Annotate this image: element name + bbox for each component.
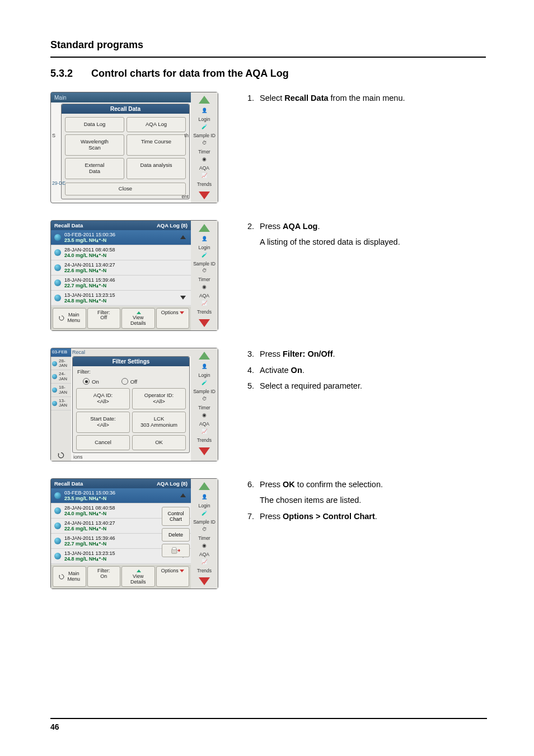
control-chart-option[interactable]: ControlChart [162,507,190,526]
log-row[interactable]: 28-JAN-2011 08:40:5824.0 mg/L NH₄⁺-N [51,245,191,260]
trends-button[interactable]: 📈Trends [193,301,216,315]
data-analysis-button[interactable]: Data analysis [127,158,186,179]
timer-button[interactable]: ⏱Timer [193,396,216,410]
window-titlebar: Main [51,92,191,102]
main-menu-button[interactable]: MainMenu [53,566,86,587]
aqa-id-button[interactable]: AQA ID:<All> [76,388,130,409]
instructions-block-3: Press Filter: On/Off. Activate On. Selec… [242,348,486,395]
timer-button[interactable]: ⏱Timer [193,268,216,282]
log-row[interactable]: 13-JAN-2011 13:23:1524.8 mg/L NH₄⁺-N [51,291,191,306]
aqa-log-rows: 03-FEB-2011 15:00:3623.5 mg/L NH₄⁺-N28-J… [51,230,191,306]
entry-icon [54,522,61,529]
log-row[interactable]: 03-FEB-2011 15:00:3623.5 mg/L NH₄⁺-N [51,488,191,503]
list-header-left: Recall Data [54,480,83,487]
nav-down-icon[interactable] [199,447,210,455]
entry-datetime: 28-JAN-2011 08:40:58 [64,505,175,511]
log-row[interactable]: 24-JAN-2011 13:40:2722.6 mg/L NH₄⁺-N [51,260,191,276]
filter-on-radio[interactable]: On [83,378,99,385]
back-icon-small[interactable] [51,450,71,461]
trends-button[interactable]: 📈Trends [193,429,216,443]
subsection-heading: 5.3.2 Control charts for data from the A… [50,68,486,80]
options-button[interactable]: Options [156,308,190,329]
trends-button[interactable]: 📈Trends [193,173,216,187]
svg-rect-1 [172,547,176,549]
log-row[interactable]: 03-FEB-2011 15:00:3623.5 mg/L NH₄⁺-N [51,230,191,245]
entry-icon [52,361,57,366]
cancel-button[interactable]: Cancel [76,435,130,450]
delete-option[interactable]: Delete [162,528,190,542]
step-2: Press AQA Log. A listing of the stored d… [256,220,486,249]
nav-down-icon[interactable] [199,192,210,199]
sample-id-button[interactable]: 🧪Sample ID [193,380,216,394]
strip-item: 18-JAN [51,384,71,397]
data-log-button[interactable]: Data Log [65,117,124,132]
sample-id-button[interactable]: 🧪Sample ID [193,124,216,138]
login-button[interactable]: 👤Login [193,494,216,508]
nav-down-icon[interactable] [199,577,210,585]
wavelength-scan-button[interactable]: WavelengthScan [65,134,124,156]
step-4: Activate On. [256,364,486,376]
radio-on-icon [83,378,90,385]
view-details-button[interactable]: ViewDetails [121,308,155,329]
aqa-log-button[interactable]: AQA Log [127,117,186,132]
nav-up-icon[interactable] [199,96,210,104]
login-button[interactable]: 👤Login [193,364,216,378]
parameter-button[interactable]: LCK303 Ammonium [132,412,186,433]
timer-button[interactable]: ⏱Timer [193,527,216,541]
nav-down-icon[interactable] [199,319,210,327]
aqa-icon: ◉ [193,543,216,552]
ok-button[interactable]: OK [132,435,186,450]
entry-datetime: 03-FEB-2011 15:00:36 [64,232,175,237]
external-data-button[interactable]: ExternalData [65,158,124,179]
entry-icon [54,538,61,544]
fragment-ent: ent [181,194,189,199]
entry-value: 24.0 mg/L NH₄⁺-N [64,511,175,516]
entry-datetime: 24-JAN-2011 13:40:27 [64,262,175,268]
entry-value: 22.7 mg/L NH₄⁺-N [64,283,175,288]
view-details-button[interactable]: ViewDetails [121,566,155,587]
scroll-up[interactable] [179,490,188,501]
main-menu-button[interactable]: MainMenu [53,308,86,329]
entry-icon [54,234,61,241]
nav-up-icon[interactable] [199,224,210,232]
trends-icon: 📈 [193,173,216,182]
aqa-button[interactable]: ◉AQA [193,543,216,557]
entry-icon [54,553,61,559]
nav-up-icon[interactable] [199,482,210,490]
aqa-button[interactable]: ◉AQA [193,284,216,298]
login-button[interactable]: 👤Login [193,108,216,122]
entry-value: 22.6 mg/L NH₄⁺-N [64,268,175,273]
nav-up-icon[interactable] [199,352,210,360]
login-icon: 👤 [193,494,216,503]
fragment-s: S [52,133,55,138]
sample-id-button[interactable]: 🧪Sample ID [193,511,216,525]
step-6-note: The chosen items are listed. [260,494,486,506]
filter-settings-popup: Filter Settings Filter: On Off AQA ID:<A… [72,356,190,453]
operator-id-button[interactable]: Operator ID:<All> [132,388,186,409]
filter-button[interactable]: Filter:On [87,566,121,587]
sample-id-icon: 🧪 [193,511,216,520]
time-course-button[interactable]: Time Course [127,134,186,156]
filter-off-radio[interactable]: Off [121,378,138,385]
start-date-button[interactable]: Start Date:<All> [76,412,130,433]
trends-button[interactable]: 📈Trends [193,559,216,573]
scroll-down[interactable] [179,292,188,304]
filter-button[interactable]: Filter:Off [87,308,121,329]
entry-datetime: 03-FEB-2011 15:00:36 [64,490,175,496]
send-option[interactable] [162,544,190,557]
sample-id-button[interactable]: 🧪Sample ID [193,253,216,267]
options-button[interactable]: Options [156,566,190,587]
filter-settings-title: Filter Settings [73,357,189,366]
recall-data-popup: Recall Data Data Log AQA Log WavelengthS… [61,104,190,199]
aqa-button[interactable]: ◉AQA [193,157,216,171]
close-button[interactable]: Close [65,183,186,195]
timer-button[interactable]: ⏱Timer [193,141,216,155]
aqa-button[interactable]: ◉AQA [193,413,216,427]
back-icon [58,573,65,580]
right-sidebar: 👤Login 🧪Sample ID ⏱Timer ◉AQA 📈Trends [191,479,218,589]
entry-datetime: 13-JAN-2011 13:23:15 [64,292,175,298]
log-row[interactable]: 18-JAN-2011 15:39:4622.7 mg/L NH₄⁺-N [51,276,191,291]
scroll-up[interactable] [179,232,188,243]
login-button[interactable]: 👤Login [193,236,216,250]
entry-icon [54,264,61,271]
